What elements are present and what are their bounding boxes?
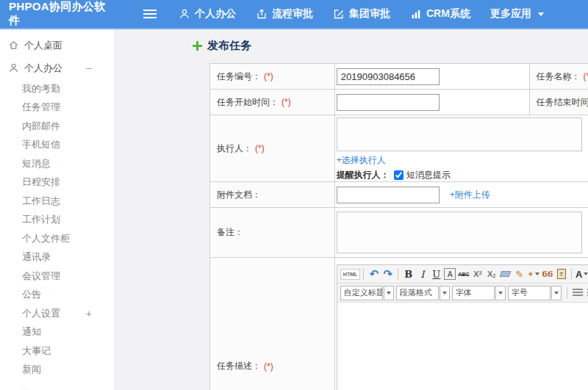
- task-name-label-cell: 任务名称： (*): [530, 64, 588, 90]
- nav-item-label: CRM系统: [426, 7, 470, 21]
- sidebar-item-internal-mail[interactable]: 内部邮件: [0, 117, 115, 136]
- sidebar-item-short-message[interactable]: 短消息: [0, 154, 115, 173]
- sidebar-item-personal-settings[interactable]: 个人设置 +: [0, 304, 115, 323]
- nav-group-approval[interactable]: 集团审批: [333, 7, 390, 21]
- sidebar-item-label: 通知: [22, 325, 41, 339]
- dropdown-caret-icon[interactable]: [440, 286, 450, 300]
- toolbar-separator: [398, 268, 398, 280]
- editor-toolbar-row2: 自定义标题 段落格式 字体 字号: [337, 284, 588, 303]
- page-header: 发布任务: [193, 39, 251, 53]
- paste-clipboard-icon[interactable]: T: [554, 267, 568, 281]
- paragraph-format-dropdown[interactable]: 段落格式: [396, 286, 439, 300]
- sidebar-item-label: 任务管理: [22, 101, 60, 114]
- task-number-label-cell: 任务编号： (*): [210, 64, 335, 90]
- remind-executor-row: 提醒执行人： 短消息提示: [337, 169, 451, 181]
- sidebar-item-news[interactable]: 新闻: [0, 361, 115, 380]
- field-label: 任务描述：: [217, 360, 261, 372]
- sidebar-item-notice[interactable]: 通知: [0, 323, 115, 342]
- attachment-label-cell: 附件文档：: [210, 182, 335, 208]
- sidebar-item-label: 工作日志: [22, 195, 60, 208]
- bold-button[interactable]: B: [401, 267, 415, 281]
- blockquote-button[interactable]: 66: [540, 267, 554, 281]
- dropdown-caret-icon[interactable]: [384, 286, 394, 300]
- sms-remind-label: 短消息提示: [406, 169, 451, 181]
- select-executor-link[interactable]: +选择执行人: [337, 154, 386, 167]
- sidebar-item-meeting-management[interactable]: 会议管理: [0, 267, 115, 286]
- remark-textarea[interactable]: [337, 212, 582, 253]
- subscript-button[interactable]: X₂: [484, 267, 498, 281]
- end-time-label-cell: 任务结束时间： (*): [530, 90, 588, 115]
- nav-workflow-approval[interactable]: 流程审批: [256, 7, 313, 21]
- collapse-toggle[interactable]: −: [86, 63, 92, 73]
- nav-personal-office[interactable]: 个人办公: [179, 7, 236, 21]
- toolbar-separator: [571, 268, 572, 280]
- superscript-button[interactable]: X²: [470, 267, 484, 281]
- task-number-cell: [335, 64, 530, 90]
- nav-more-apps[interactable]: 更多应用: [490, 7, 544, 21]
- field-label: 任务编号：: [217, 71, 261, 83]
- underline-button[interactable]: U: [429, 267, 443, 281]
- sidebar-item-my-attendance[interactable]: 我的考勤: [0, 79, 115, 98]
- font-color-button[interactable]: A: [575, 267, 588, 281]
- sidebar-item-contacts[interactable]: 通讯录: [0, 248, 115, 267]
- font-family-dropdown[interactable]: 字体: [452, 286, 495, 300]
- nav-item-label: 个人办公: [195, 7, 236, 21]
- executor-cell: +选择执行人 提醒执行人： 短消息提示: [335, 115, 588, 182]
- dropdown-caret-icon[interactable]: [495, 286, 506, 300]
- expand-toggle[interactable]: +: [86, 308, 92, 319]
- undo-icon[interactable]: ↶: [367, 267, 381, 281]
- sidebar-item-label: 内部邮件: [22, 120, 60, 133]
- sidebar-item-label: 短消息: [22, 157, 51, 170]
- sidebar-item-work-plan[interactable]: 工作计划: [0, 211, 115, 230]
- text-style-button[interactable]: A: [444, 268, 456, 280]
- magic-wand-icon[interactable]: ✦: [526, 267, 540, 281]
- start-time-label-cell: 任务开始时间： (*): [210, 90, 335, 115]
- html-source-button[interactable]: HTML: [340, 269, 360, 280]
- sidebar-item-mobile-sms[interactable]: 手机短信: [0, 136, 115, 155]
- italic-button[interactable]: I: [415, 267, 429, 281]
- sidebar-item-label: 个人桌面: [24, 39, 62, 52]
- edit-approval-icon: [333, 8, 345, 20]
- user-icon: [8, 62, 19, 73]
- attachment-input[interactable]: [337, 187, 440, 203]
- executor-textarea[interactable]: [337, 118, 582, 151]
- menu-toggle-icon[interactable]: [143, 10, 157, 11]
- attachment-upload-link[interactable]: +附件上传: [450, 189, 490, 201]
- sidebar-item-personal-desktop[interactable]: 个人桌面: [0, 34, 115, 57]
- nav-crm-system[interactable]: CRM系统: [410, 7, 470, 21]
- sidebar-item-label: 我的考勤: [22, 82, 60, 95]
- field-label: 执行人：: [217, 142, 252, 155]
- sidebar-item-label: 日程安排: [22, 176, 60, 189]
- sidebar-item-vote[interactable]: 投票: [0, 385, 115, 390]
- required-marker: (*): [264, 71, 273, 82]
- font-size-dropdown[interactable]: 字号: [508, 286, 551, 300]
- dropdown-caret-icon[interactable]: [551, 286, 562, 300]
- task-number-input[interactable]: [337, 68, 440, 85]
- format-brush-icon[interactable]: ✎: [512, 267, 526, 281]
- sidebar-item-major-events[interactable]: 大事记: [0, 342, 115, 361]
- editor-content-area[interactable]: [337, 303, 588, 390]
- align-left-icon[interactable]: [573, 289, 583, 297]
- sidebar-item-label: 会议管理: [22, 270, 60, 283]
- start-time-input[interactable]: [337, 94, 440, 111]
- sidebar-item-personal-office[interactable]: 个人办公 −: [0, 57, 115, 79]
- nav-item-label: 更多应用: [490, 7, 531, 21]
- top-navbar: PHPOA协同办公软件 个人办公 流程审批 集团审批 CRM系统 更多: [0, 0, 588, 29]
- sidebar-item-work-log[interactable]: 工作日志: [0, 192, 115, 211]
- required-marker: (*): [264, 361, 273, 372]
- eraser-icon[interactable]: [498, 267, 512, 281]
- redo-icon[interactable]: ↷: [381, 267, 395, 281]
- required-marker: (*): [282, 97, 291, 107]
- sidebar-item-label: 个人设置: [22, 307, 60, 320]
- custom-heading-dropdown[interactable]: 自定义标题: [340, 286, 383, 300]
- sidebar-item-task-management[interactable]: 任务管理: [0, 98, 115, 118]
- sidebar: 个人桌面 个人办公 − 我的考勤 任务管理 内部邮件 手机短信 短消息 日程安排…: [0, 29, 115, 390]
- sms-remind-checkbox[interactable]: [394, 170, 404, 180]
- strikethrough-button[interactable]: ABC: [456, 267, 470, 281]
- sidebar-item-announcement[interactable]: 公告: [0, 286, 115, 305]
- sidebar-item-personal-files[interactable]: 个人文件柜: [0, 229, 115, 248]
- field-label: 附件文档：: [217, 189, 261, 201]
- sidebar-item-label: 新闻: [22, 363, 41, 376]
- flow-approval-icon: [256, 8, 268, 20]
- sidebar-item-schedule[interactable]: 日程安排: [0, 173, 115, 192]
